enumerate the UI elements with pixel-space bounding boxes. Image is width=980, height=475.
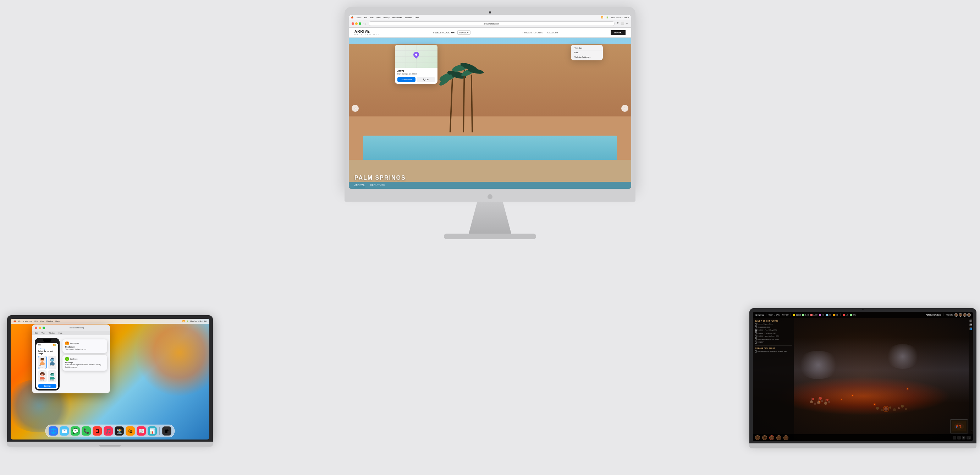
game-minimap[interactable] bbox=[950, 419, 968, 434]
dock-music-icon[interactable]: 🎵 bbox=[103, 426, 113, 435]
game-right-btn-2[interactable]: 🗺 bbox=[969, 324, 972, 326]
mbp-notch bbox=[852, 308, 873, 311]
hud-piety: 270 bbox=[826, 314, 831, 316]
dock-calendar-icon[interactable]: 🗓 bbox=[92, 426, 102, 435]
help-menu-left[interactable]: Help bbox=[55, 320, 59, 322]
window-menu[interactable]: Window bbox=[405, 16, 412, 19]
dock-appstore-icon[interactable]: 🛍 bbox=[126, 426, 135, 435]
dock-messages-icon[interactable]: 💬 bbox=[71, 426, 80, 435]
dock-mail-icon[interactable]: 📧 bbox=[60, 426, 69, 435]
dock-finder-icon[interactable]: 🌐 bbox=[49, 426, 58, 435]
iphone-mirror-view-menu[interactable]: View bbox=[41, 332, 45, 334]
call-button[interactable]: 📞 Call bbox=[417, 77, 435, 82]
hud-influence: 940 bbox=[819, 314, 824, 316]
hud-speed-btn[interactable]: ▶ bbox=[758, 314, 761, 316]
game-right-panel: ⚙ 🗺 👥 ? bbox=[969, 318, 973, 441]
win-maximize-btn[interactable] bbox=[43, 327, 45, 329]
safari-menu[interactable]: Safari bbox=[356, 16, 361, 19]
game-right-btn-1[interactable]: ⚙ bbox=[969, 319, 972, 322]
hotel-nav-center: + SELECT LOCATION HOTEL ▾ bbox=[433, 30, 470, 35]
continue-button[interactable]: Continue bbox=[38, 384, 56, 388]
help-icon[interactable]: ? bbox=[972, 430, 972, 432]
task-5-checkbox[interactable] bbox=[755, 335, 757, 338]
choice-man[interactable]: the man bbox=[48, 356, 57, 369]
dock-photos-icon[interactable]: 📸 bbox=[115, 426, 124, 435]
directions-button[interactable]: ⬆ Directions bbox=[398, 77, 415, 82]
safari-actions: ⬆ ⬜ ＋ bbox=[617, 22, 628, 26]
choice-boy[interactable]: the boy bbox=[48, 370, 57, 383]
task-3-checkbox[interactable] bbox=[755, 330, 757, 332]
hotel-dropdown[interactable]: HOTEL ▾ bbox=[457, 30, 471, 35]
tabs-icon[interactable]: ⬜ bbox=[620, 22, 624, 26]
game-date: WEEK 14 DAY 2 · JULY 997 bbox=[768, 314, 788, 316]
unit-btn-4[interactable]: 🛡 bbox=[776, 435, 781, 440]
iphone-mirroring-menu[interactable]: iPhone Mirroring bbox=[18, 320, 32, 322]
arrival-tab[interactable]: ARRIVAL bbox=[355, 184, 365, 187]
task-6-text: Reach abundance of Food supply bbox=[757, 338, 779, 340]
close-button[interactable] bbox=[352, 22, 354, 25]
iphone-mirror-help-menu[interactable]: Help bbox=[59, 332, 62, 334]
dock-trash-icon[interactable]: 🗑 bbox=[162, 426, 171, 435]
dock-news-icon[interactable]: 📰 bbox=[137, 426, 146, 435]
iphone-time: 9:41 bbox=[38, 344, 41, 346]
portrait-3[interactable] bbox=[963, 313, 967, 317]
iphone-screen: 9:41 📶🔋 Hi Sunday Select the correct ima… bbox=[36, 343, 58, 389]
macbook-air-screen-border: 🍎 iPhone Mirroring Edit View Window Help… bbox=[7, 315, 213, 442]
window-menu-left[interactable]: Window bbox=[46, 320, 54, 322]
choice-girl[interactable]: the girl bbox=[38, 370, 47, 383]
maximize-button[interactable] bbox=[359, 22, 361, 25]
iphone-mirror-window-menu[interactable]: Window bbox=[49, 332, 55, 334]
context-menu-item-settings[interactable]: Website Settings... bbox=[571, 55, 603, 59]
bookmarks-menu[interactable]: Bookmarks bbox=[393, 16, 402, 19]
context-menu-item-find[interactable]: Find... bbox=[571, 50, 603, 55]
task-6-checkbox[interactable] bbox=[755, 338, 757, 340]
game-right-btn-3[interactable]: 👥 bbox=[969, 327, 972, 330]
unit-btn-2[interactable]: 🗡 bbox=[762, 435, 767, 440]
dock-facetime-icon[interactable]: 📞 bbox=[82, 426, 91, 435]
hud-play-btn[interactable]: ⏸ bbox=[755, 314, 757, 316]
task-4-checkbox[interactable] bbox=[755, 332, 757, 335]
apple-logo[interactable]: 🍎 bbox=[13, 320, 16, 322]
file-menu[interactable]: File bbox=[364, 16, 367, 19]
hud-ff-btn[interactable]: ▶▶ bbox=[761, 314, 764, 316]
gallery-link[interactable]: GALLERY bbox=[547, 32, 558, 34]
hotel-prev-arrow[interactable]: ‹ bbox=[352, 105, 359, 112]
context-menu-item-textsize[interactable]: Text Size bbox=[571, 46, 603, 50]
headspace-app-name: Headspace bbox=[70, 342, 79, 344]
portrait-4[interactable] bbox=[967, 313, 971, 317]
book-button[interactable]: BOOK bbox=[611, 30, 625, 35]
history-menu[interactable]: History bbox=[383, 16, 390, 19]
choice-woman[interactable]: the woman bbox=[38, 356, 47, 369]
zoom-in-btn[interactable]: + bbox=[957, 436, 961, 440]
share-icon[interactable]: ⬆ bbox=[617, 22, 619, 26]
win-minimize-btn[interactable] bbox=[39, 327, 41, 329]
departure-tab[interactable]: DEPARTURE bbox=[371, 184, 385, 187]
iphone-mirror-edit-menu[interactable]: Edit bbox=[35, 332, 38, 334]
task-1-checkbox[interactable] bbox=[755, 324, 757, 325]
win-close-btn[interactable] bbox=[35, 327, 37, 329]
zoom-out-btn[interactable]: − bbox=[953, 436, 956, 440]
new-tab-icon[interactable]: ＋ bbox=[625, 22, 628, 26]
view-menu-left[interactable]: View bbox=[40, 320, 45, 322]
help-menu[interactable]: Help bbox=[415, 16, 419, 19]
edit-menu-left[interactable]: Edit bbox=[34, 320, 38, 322]
select-location-btn[interactable]: + SELECT LOCATION bbox=[433, 32, 454, 34]
dock-numbers-icon[interactable]: 📊 bbox=[148, 426, 157, 435]
unit-btn-3[interactable]: 🏹 bbox=[769, 435, 774, 440]
expand-btn[interactable]: ⛶ bbox=[967, 436, 971, 440]
edit-menu[interactable]: Edit bbox=[370, 16, 373, 19]
minimize-button[interactable] bbox=[355, 22, 358, 25]
settings-btn[interactable]: ⚙ bbox=[962, 436, 966, 440]
task-8-checkbox[interactable] bbox=[755, 351, 757, 352]
unit-btn-1[interactable]: ⚔ bbox=[755, 435, 760, 440]
portrait-2[interactable] bbox=[959, 313, 962, 317]
portrait-1[interactable] bbox=[955, 313, 958, 317]
apple-menu[interactable]: 🍎 bbox=[351, 16, 353, 19]
unit-btn-5[interactable]: ⚔ bbox=[783, 435, 788, 440]
hotel-next-arrow[interactable]: › bbox=[621, 105, 628, 112]
private-events-link[interactable]: PRIVATE EVENTS bbox=[523, 32, 543, 34]
svg-rect-33 bbox=[51, 373, 54, 374]
mbp-screen: ⏸ ▶ ▶▶ WEEK 14 DAY 2 · JULY 997 11,300 bbox=[753, 312, 973, 441]
view-menu[interactable]: View bbox=[377, 16, 381, 19]
safari-url-bar[interactable]: arrivehotels.com bbox=[369, 21, 615, 26]
